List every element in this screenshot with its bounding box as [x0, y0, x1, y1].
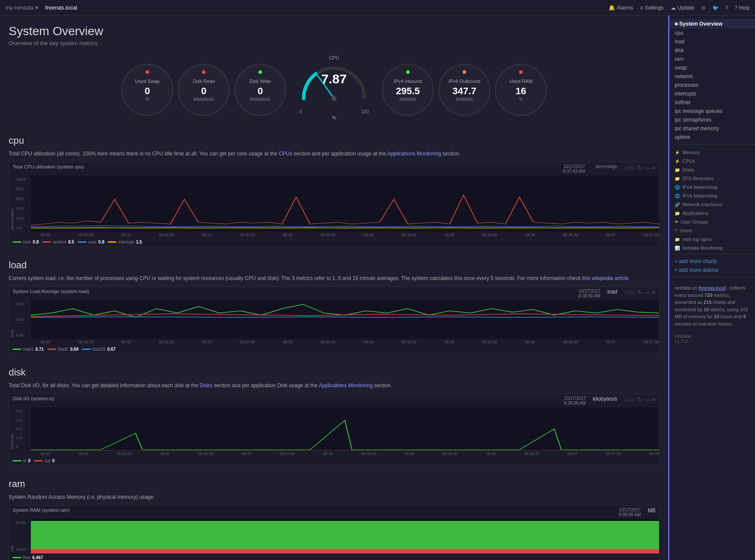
sidebar-section-ipv6[interactable]: 🌐 IPv6 Networking [669, 191, 755, 199]
cpu-legend: nice 0.8 system 8.5 user 0.8 [9, 238, 659, 246]
cpu-section: cpu Total CPU utilization (all cores). 1… [9, 135, 659, 247]
apps-icon: 📁 [675, 211, 680, 216]
load-section-desc: Current system load, i.e. the number of … [9, 274, 659, 282]
disk-chart-prev[interactable]: ◁ [624, 396, 629, 403]
sidebar-divider-1 [669, 144, 755, 145]
brand-menu[interactable]: my-netdata ▾ [5, 4, 38, 11]
ram-legend-free: free 6,467 [13, 555, 43, 560]
disk-chart: Disk I/O (system.io) 10/17/2017 8:38:06 … [9, 394, 659, 465]
ipv4-icon: 🌐 [675, 185, 680, 190]
sidebar-item-ipc-sem[interactable]: ipc semaphores [669, 115, 755, 124]
cpu-legend-nice: nice 0.8 [13, 240, 39, 244]
sidebar-item-ipc-shm[interactable]: ipc shared memory [669, 124, 755, 133]
cpu-value: 7.87 [321, 72, 347, 86]
sidebar-item-ipc-msg[interactable]: ipc message queues [669, 107, 755, 115]
chart-refresh[interactable]: ↻ [637, 164, 642, 171]
sidebar-section-apps[interactable]: 📁 Applications [669, 208, 755, 217]
cpu-chart-legend: percentage [596, 164, 617, 169]
interrupt-color [108, 241, 116, 243]
disk-chart-menu[interactable]: ≡ [652, 396, 656, 403]
cpu-chart-controls[interactable]: ◁ ▷ ↻ — ≡ [624, 164, 656, 171]
gauges-row: Used Swap 0 % Disk Read 0 kilobytes/s Di… [9, 55, 659, 125]
ram-section: ram System Random Access Memory (i.e. ph… [9, 478, 659, 560]
sidebar-item-load[interactable]: load [669, 37, 755, 46]
sidebar-active-item[interactable]: ■ System Overview [669, 19, 755, 29]
sidebar-item-cpu[interactable]: cpu [669, 29, 755, 37]
chart-more[interactable]: — [644, 164, 650, 171]
cpu-legend-system: system 8.5 [42, 240, 74, 244]
disk-chart-next[interactable]: ▷ [631, 396, 636, 403]
add-charts-button[interactable]: + add more charts [669, 257, 755, 266]
load-chart: System Load Average (system.load) 10/17/… [9, 287, 659, 354]
sidebar-divider-3 [669, 277, 755, 277]
zfs-icon: 📁 [675, 176, 680, 181]
sidebar-item-uptime[interactable]: uptime [669, 133, 755, 142]
settings-nav[interactable]: ≡ Settings [640, 5, 663, 11]
load-link-wiki[interactable]: this wikipedia article [582, 275, 629, 281]
ipv6-icon: 🌐 [675, 194, 680, 198]
sidebar-section-user-groups[interactable]: ❤ User Groups [669, 217, 755, 225]
sidebar-section-users[interactable]: ? Users [669, 225, 755, 234]
github-icon[interactable]: ⊙ [701, 5, 705, 11]
disk-chart-more[interactable]: — [644, 396, 650, 403]
sidebar-item-disk[interactable]: disk [669, 46, 755, 55]
sidebar-section-netdata-mon[interactable]: 📊 Netdata Monitoring [669, 243, 755, 251]
load-chart-controls[interactable]: ◁ ▷ ↻ — ≡ [624, 289, 656, 296]
chart-next[interactable]: ▷ [631, 164, 636, 171]
bell-icon: 🔔 [609, 5, 615, 11]
sidebar-section-memory[interactable]: ⚡ Memory [669, 147, 755, 156]
disk-section: disk Total Disk I/O, for all disks. You … [9, 367, 659, 465]
page-subtitle: Overview of the key system metrics. [9, 40, 659, 46]
sidebar-section-disks[interactable]: 📁 Disks [669, 165, 755, 173]
sidebar-item-swap[interactable]: swap [669, 63, 755, 72]
load-y-axis-label: load [9, 300, 15, 339]
help-nav[interactable]: ? Help [735, 5, 750, 11]
sidebar-section-weblog[interactable]: 📁 web log nginx [669, 234, 755, 243]
sidebar-section-cpus[interactable]: ⚡ CPUs [669, 156, 755, 165]
twitter-icon[interactable]: 🐦 [712, 5, 719, 11]
ipv4-inbound-dot [406, 70, 410, 74]
sidebar-item-network[interactable]: network [669, 72, 755, 81]
update-nav[interactable]: ☁ Update [671, 5, 695, 11]
disk-link-apps[interactable]: Applications Monitoring [319, 382, 373, 389]
sidebar-item-ram[interactable]: ram [669, 55, 755, 63]
ipv4-inbound-value: 295.5 [396, 86, 420, 97]
hostname-label: freenas.local [45, 4, 77, 11]
load-chart-menu[interactable]: ≡ [652, 289, 656, 296]
cpu-link-apps[interactable]: Applications Monitoring [387, 151, 441, 157]
facebook-icon[interactable]: f [726, 5, 727, 11]
cpus-icon: ⚡ [675, 159, 680, 164]
disk-out-color [34, 460, 43, 461]
brand-label: my-netdata [5, 4, 33, 11]
cpu-chart: Total CPU utilization (system.cpu) 10/17… [9, 162, 659, 247]
ram-chart-header: System RAM (system.ram) 10/17/2017 8:38:… [9, 507, 659, 519]
disk-link-disks[interactable]: Disks [200, 382, 212, 389]
load-x-axis: 08:3008:30:3008:3108:31:3008:3208:32:300… [40, 339, 659, 345]
load-chart-prev[interactable]: ◁ [624, 289, 629, 296]
cpu-link-cpus[interactable]: CPUs [279, 151, 292, 157]
cpu-legend-user: user 0.8 [78, 240, 104, 244]
load-chart-refresh[interactable]: ↻ [637, 289, 642, 296]
sidebar-section-ipv4[interactable]: 🌐 IPv4 Networking [669, 182, 755, 191]
sidebar-item-softnet[interactable]: softnet [669, 98, 755, 107]
load-chart-more[interactable]: — [644, 289, 650, 296]
ipv4-outbound-label: IPv4 Outbound [448, 79, 480, 84]
add-alarms-button[interactable]: + add more alarms [669, 266, 755, 274]
load-chart-next[interactable]: ▷ [631, 289, 636, 296]
sidebar-section-zfs[interactable]: 📁 ZFS filesystem [669, 173, 755, 182]
disk-chart-controls[interactable]: ◁ ▷ ↻ — ≡ [624, 396, 656, 403]
chart-menu[interactable]: ≡ [652, 164, 656, 171]
sidebar-version: netdata v1.7.0 [669, 332, 755, 346]
disk-chart-header: Disk I/O (system.io) 10/17/2017 8:38:06 … [9, 396, 659, 407]
alarms-nav[interactable]: 🔔 Alarms [609, 5, 633, 11]
help-icon: ? [735, 5, 738, 11]
sidebar-section-net-ifaces[interactable]: 🔗 Network Interfaces [669, 199, 755, 208]
sidebar-item-interrupts[interactable]: interrupts [669, 89, 755, 98]
sidebar-hostname-link[interactable]: freenas.local [699, 285, 725, 290]
disk-chart-refresh[interactable]: ↻ [637, 396, 642, 403]
chart-prev[interactable]: ◁ [624, 164, 629, 171]
netdata-mon-icon: 📊 [675, 246, 680, 250]
svg-rect-21 [31, 521, 659, 551]
sidebar-item-processes[interactable]: processes [669, 81, 755, 89]
disk-read-label: Disk Read [193, 79, 215, 84]
